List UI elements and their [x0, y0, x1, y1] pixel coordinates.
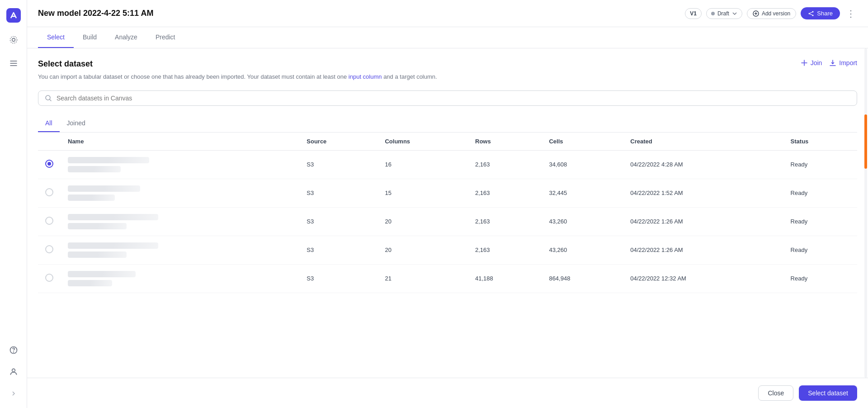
- svg-point-7: [13, 352, 14, 352]
- radio-button-3[interactable]: [45, 245, 53, 253]
- menu-icon: [9, 59, 18, 68]
- footer: Close Select dataset: [27, 378, 868, 408]
- logo-icon: [6, 8, 21, 23]
- table-row[interactable]: S3 20 2,163 43,260 04/22/2022 1:26 AM Re…: [38, 207, 857, 236]
- radio-cell-3[interactable]: [38, 236, 61, 264]
- status-cell-4: Ready: [783, 264, 857, 293]
- sub-tab-joined[interactable]: Joined: [60, 115, 93, 132]
- search-input[interactable]: [57, 95, 850, 102]
- rows-cell-2: 2,163: [468, 207, 542, 236]
- name-skeleton-secondary: [68, 195, 115, 201]
- scrollbar[interactable]: [863, 48, 868, 378]
- source-cell-1: S3: [299, 179, 377, 207]
- import-label: Import: [839, 59, 857, 66]
- table-header-status: Status: [783, 133, 857, 151]
- columns-cell-0: 16: [377, 150, 468, 179]
- table-header-name: Name: [61, 133, 299, 151]
- status-cell-3: Ready: [783, 236, 857, 264]
- status-cell-1: Ready: [783, 179, 857, 207]
- plus-circle-icon: [753, 10, 759, 17]
- sidebar-bottom: [6, 343, 21, 401]
- tab-analyze[interactable]: Analyze: [106, 27, 146, 48]
- cells-cell-3: 43,260: [542, 236, 623, 264]
- svg-line-15: [810, 12, 812, 13]
- cells-cell-1: 32,445: [542, 179, 623, 207]
- name-skeleton-primary: [68, 185, 140, 192]
- table-row[interactable]: S3 20 2,163 43,260 04/22/2022 1:26 AM Re…: [38, 236, 857, 264]
- radio-cell-0[interactable]: [38, 150, 61, 179]
- radio-button-4[interactable]: [45, 274, 53, 282]
- name-skeleton-primary: [68, 242, 158, 249]
- close-button[interactable]: Close: [758, 385, 793, 401]
- cells-cell-2: 43,260: [542, 207, 623, 236]
- sidebar-expand-button[interactable]: [6, 386, 21, 401]
- share-button[interactable]: Share: [801, 7, 840, 19]
- version-badge: V1: [685, 8, 702, 19]
- draft-status-dot: [711, 12, 715, 15]
- rows-cell-1: 2,163: [468, 179, 542, 207]
- table-row[interactable]: S3 15 2,163 32,445 04/22/2022 1:52 AM Re…: [38, 179, 857, 207]
- table-header-rows: Rows: [468, 133, 542, 151]
- top-header: New model 2022-4-22 5:11 AM V1 Draft Add…: [27, 0, 868, 27]
- table-header-select: [38, 133, 61, 151]
- name-skeleton-primary: [68, 157, 149, 163]
- add-version-label: Add version: [762, 10, 790, 17]
- user-icon: [9, 367, 18, 376]
- table-header-created: Created: [623, 133, 783, 151]
- sidebar-item-menu[interactable]: [6, 56, 21, 71]
- source-cell-0: S3: [299, 150, 377, 179]
- table-header-source: Source: [299, 133, 377, 151]
- name-skeleton-secondary: [68, 251, 127, 258]
- section-header: Select dataset Join Import: [38, 59, 857, 69]
- source-cell-3: S3: [299, 236, 377, 264]
- draft-button[interactable]: Draft: [706, 8, 742, 19]
- input-column-link[interactable]: input column: [349, 73, 382, 80]
- sidebar-item-user[interactable]: [6, 365, 21, 379]
- radio-cell-2[interactable]: [38, 207, 61, 236]
- columns-cell-1: 15: [377, 179, 468, 207]
- radio-button-0[interactable]: [45, 160, 53, 168]
- table-header-columns: Columns: [377, 133, 468, 151]
- scroll-track: [864, 48, 867, 378]
- main-content: New model 2022-4-22 5:11 AM V1 Draft Add…: [27, 0, 868, 408]
- tab-build[interactable]: Build: [74, 27, 106, 48]
- sidebar-item-help[interactable]: [6, 343, 21, 357]
- tab-predict[interactable]: Predict: [146, 27, 184, 48]
- search-icon: [45, 95, 52, 102]
- name-cell-4: [61, 264, 299, 293]
- name-cell-2: [61, 207, 299, 236]
- status-cell-2: Ready: [783, 207, 857, 236]
- help-icon: [9, 346, 18, 355]
- dataset-table: Name Source Columns Rows Cells Created S…: [38, 133, 857, 293]
- section-description: You can import a tabular dataset or choo…: [38, 72, 857, 81]
- logo[interactable]: [5, 7, 22, 24]
- svg-point-1: [12, 38, 15, 42]
- name-cell-3: [61, 236, 299, 264]
- import-icon: [829, 59, 836, 66]
- radio-cell-1[interactable]: [38, 179, 61, 207]
- radio-cell-4[interactable]: [38, 264, 61, 293]
- sidebar-item-model[interactable]: [6, 33, 21, 47]
- columns-cell-3: 20: [377, 236, 468, 264]
- created-cell-1: 04/22/2022 1:52 AM: [623, 179, 783, 207]
- import-button[interactable]: Import: [829, 59, 857, 66]
- svg-point-12: [809, 13, 810, 14]
- join-button[interactable]: Join: [801, 59, 822, 66]
- content-area: Select dataset Join Import: [27, 48, 868, 378]
- select-dataset-button[interactable]: Select dataset: [799, 385, 857, 401]
- tab-select[interactable]: Select: [38, 27, 74, 48]
- radio-button-1[interactable]: [45, 188, 53, 196]
- more-options-button[interactable]: ⋮: [844, 6, 857, 21]
- model-title: New model 2022-4-22 5:11 AM: [38, 9, 153, 18]
- share-icon: [808, 10, 814, 17]
- name-skeleton-secondary: [68, 166, 121, 172]
- created-cell-2: 04/22/2022 1:26 AM: [623, 207, 783, 236]
- sidebar: [0, 0, 27, 408]
- sub-tab-all[interactable]: All: [38, 115, 60, 132]
- radio-button-2[interactable]: [45, 217, 53, 225]
- add-version-button[interactable]: Add version: [747, 8, 796, 19]
- table-row[interactable]: S3 21 41,188 864,948 04/22/2022 12:32 AM…: [38, 264, 857, 293]
- table-row[interactable]: S3 16 2,163 34,608 04/22/2022 4:28 AM Re…: [38, 150, 857, 179]
- svg-line-20: [50, 100, 51, 101]
- table-header-cells: Cells: [542, 133, 623, 151]
